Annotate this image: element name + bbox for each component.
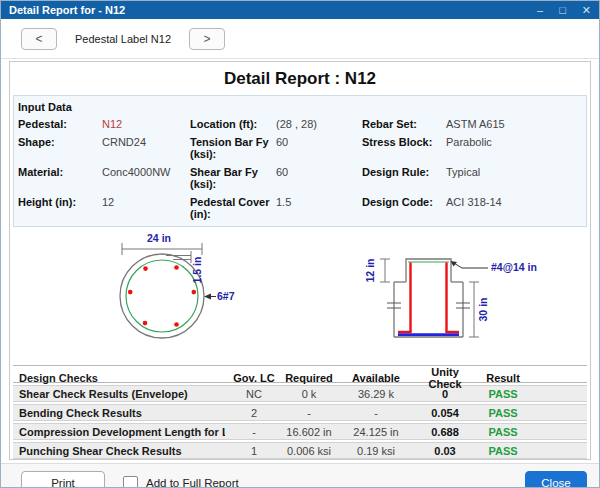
diagrams-section: 24 in 1.5 in bbox=[13, 230, 587, 362]
gov-lc-value: - bbox=[225, 426, 283, 438]
rebar-count-label: 6#7 bbox=[217, 290, 235, 302]
required-value: 0.006 ksi bbox=[283, 445, 335, 457]
table-row: Compression Development Length for Longi… bbox=[13, 423, 587, 440]
pedestal-elevation-diagram: 12 in 30 in #4@14 in bbox=[341, 230, 571, 362]
field-label: Design Code: bbox=[362, 196, 446, 220]
header-unity-check: Unity Check bbox=[417, 366, 473, 390]
field-label: Location (ft): bbox=[190, 118, 276, 130]
close-button[interactable]: Close bbox=[525, 471, 587, 488]
dialog-footer: Print Add to Full Report Close bbox=[1, 463, 599, 488]
input-data-panel: Input Data Pedestal: N12 Location (ft): … bbox=[13, 95, 587, 227]
field-label: Pedestal: bbox=[18, 118, 102, 130]
field-label: Shear Bar Fy (ksi): bbox=[190, 166, 276, 190]
height-value: 12 bbox=[102, 196, 190, 220]
title-bar: Detail Report for - N12 – □ ✕ bbox=[1, 1, 599, 19]
location-value: (28 , 28) bbox=[276, 118, 362, 130]
available-value: 0.19 ksi bbox=[335, 445, 417, 457]
check-name: Bending Check Results bbox=[13, 407, 225, 419]
available-value: 36.29 k bbox=[335, 388, 417, 400]
pedestal-nav-bar: < Pedestal Label N12 > bbox=[1, 19, 599, 59]
header-required: Required bbox=[283, 372, 335, 384]
header-gov-lc: Gov. LC bbox=[225, 372, 283, 384]
pedestal-cross-section-diagram: 24 in 1.5 in bbox=[87, 230, 317, 362]
add-to-full-report-checkbox[interactable] bbox=[123, 476, 138, 488]
pedestal-height-dimension-label: 12 in bbox=[364, 259, 376, 283]
pedestal-value: N12 bbox=[102, 118, 190, 130]
header-available: Available bbox=[335, 372, 417, 384]
cover-dimension-label: 1.5 in bbox=[191, 257, 203, 284]
embedment-dimension-label: 30 in bbox=[477, 298, 489, 322]
available-value: - bbox=[335, 407, 417, 419]
gov-lc-value: 1 bbox=[225, 445, 283, 457]
result-badge: PASS bbox=[473, 445, 533, 457]
field-label: Rebar Set: bbox=[362, 118, 446, 130]
header-design-checks: Design Checks bbox=[13, 372, 225, 384]
add-to-full-report-label: Add to Full Report bbox=[146, 477, 239, 488]
result-badge: PASS bbox=[473, 388, 533, 400]
field-label: Pedestal Cover (in): bbox=[190, 196, 276, 220]
field-label: Stress Block: bbox=[362, 136, 446, 160]
pedestal-nav-label: Pedestal Label N12 bbox=[75, 33, 171, 45]
footing-outline bbox=[394, 282, 463, 337]
report-content: Detail Report : N12 Input Data Pedestal:… bbox=[1, 59, 599, 463]
required-value: 16.602 in bbox=[283, 426, 335, 438]
gov-lc-value: NC bbox=[225, 388, 283, 400]
detail-report-window: Detail Report for - N12 – □ ✕ < Pedestal… bbox=[0, 0, 600, 488]
design-checks-table: Design Checks Gov. LC Required Available… bbox=[13, 365, 587, 459]
header-result: Result bbox=[473, 372, 533, 384]
check-name: Compression Development Length for Longi… bbox=[13, 426, 225, 438]
field-label: Design Rule: bbox=[362, 166, 446, 190]
unity-check-value: 0.054 bbox=[417, 407, 473, 419]
unity-check-value: 0.688 bbox=[417, 426, 473, 438]
input-data-title: Input Data bbox=[18, 101, 582, 113]
table-row: Punching Shear Check Results 1 0.006 ksi… bbox=[13, 442, 587, 459]
field-label: Height (in): bbox=[18, 196, 102, 220]
unity-check-value: 0 bbox=[417, 388, 473, 400]
check-name: Punching Shear Check Results bbox=[13, 445, 225, 457]
stress-block-value: Parabolic bbox=[446, 136, 582, 160]
table-row: Shear Check Results (Envelope) NC 0 k 36… bbox=[13, 385, 587, 402]
design-rule-value: Typical bbox=[446, 166, 582, 190]
width-dimension-label: 24 in bbox=[147, 232, 171, 244]
field-label: Tension Bar Fy (ksi): bbox=[190, 136, 276, 160]
result-badge: PASS bbox=[473, 426, 533, 438]
longitudinal-rebar-dots bbox=[128, 265, 196, 327]
maximize-icon[interactable]: □ bbox=[559, 1, 566, 19]
break-marks bbox=[387, 303, 470, 308]
field-label: Shape: bbox=[18, 136, 102, 160]
check-name: Shear Check Results (Envelope) bbox=[13, 388, 225, 400]
report-title: Detail Report : N12 bbox=[13, 69, 587, 89]
rebar-callout-arrow bbox=[204, 294, 211, 300]
pedestal-cover-value: 1.5 bbox=[276, 196, 362, 220]
next-pedestal-button[interactable]: > bbox=[189, 28, 225, 50]
minimize-icon[interactable]: – bbox=[537, 1, 543, 19]
gov-lc-value: 2 bbox=[225, 407, 283, 419]
tie-spacing-label: #4@14 in bbox=[491, 261, 537, 273]
required-value: 0 k bbox=[283, 388, 335, 400]
available-value: 24.125 in bbox=[335, 426, 417, 438]
material-value: Conc4000NW bbox=[102, 166, 190, 190]
result-badge: PASS bbox=[473, 407, 533, 419]
tension-bar-fy-value: 60 bbox=[276, 136, 362, 160]
required-value: - bbox=[283, 407, 335, 419]
window-controls: – □ ✕ bbox=[537, 1, 591, 19]
rebar-cage-circle bbox=[126, 260, 198, 332]
input-data-grid: Pedestal: N12 Location (ft): (28 , 28) R… bbox=[18, 118, 582, 220]
report-box: Detail Report : N12 Input Data Pedestal:… bbox=[9, 61, 591, 460]
rebar-set-value: ASTM A615 bbox=[446, 118, 582, 130]
shape-value: CRND24 bbox=[102, 136, 190, 160]
window-title: Detail Report for - N12 bbox=[9, 4, 125, 16]
design-code-value: ACI 318-14 bbox=[446, 196, 582, 220]
unity-check-value: 0.03 bbox=[417, 445, 473, 457]
shear-bar-fy-value: 60 bbox=[276, 166, 362, 190]
design-checks-header-row: Design Checks Gov. LC Required Available… bbox=[13, 365, 587, 383]
previous-pedestal-button[interactable]: < bbox=[21, 28, 57, 50]
field-label: Material: bbox=[18, 166, 102, 190]
table-row: Bending Check Results 2 - - 0.054 PASS bbox=[13, 404, 587, 421]
print-button[interactable]: Print bbox=[21, 471, 105, 488]
close-icon[interactable]: ✕ bbox=[582, 1, 591, 19]
